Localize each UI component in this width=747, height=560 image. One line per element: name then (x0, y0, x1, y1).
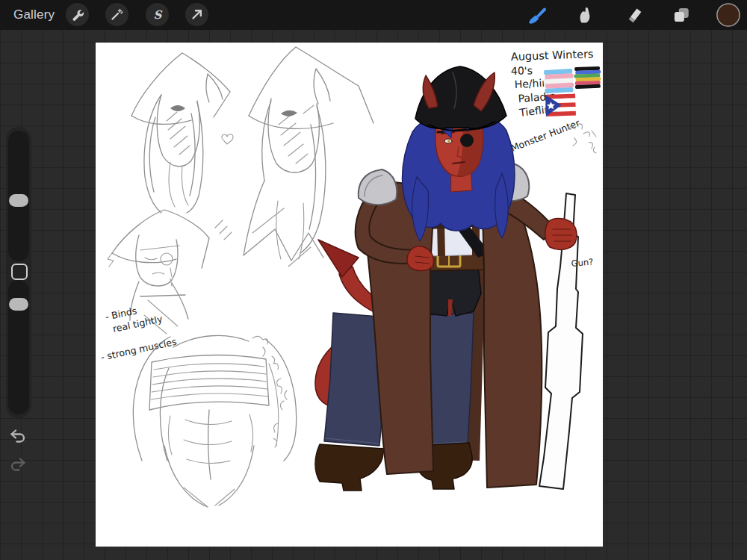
redo-arrow-icon (8, 455, 28, 474)
modify-button[interactable] (11, 264, 28, 280)
smudge-tool-button[interactable] (572, 4, 598, 26)
character-age: 40's (511, 64, 533, 77)
brush-sidebar (6, 127, 31, 418)
eyepatch (460, 134, 474, 147)
actions-button[interactable] (66, 3, 89, 26)
color-swatch-button[interactable] (716, 4, 741, 26)
transform-button[interactable] (185, 3, 208, 26)
adjustments-button[interactable] (105, 3, 128, 26)
smudge-finger-icon (575, 5, 595, 25)
redo-button[interactable] (7, 454, 28, 475)
puerto-rico-flag (545, 94, 576, 116)
brush-size-slider-thumb[interactable] (9, 194, 28, 207)
gallery-button[interactable]: Gallery (13, 7, 55, 22)
rainbow-pride-flag (574, 66, 601, 89)
sketch-chibi-eyepatch (161, 253, 173, 265)
erase-tool-button[interactable] (621, 4, 646, 26)
sketch-portrait-1 (131, 53, 233, 213)
transgender-pride-flag (543, 69, 574, 93)
magic-wand-icon (111, 8, 123, 21)
selections-button[interactable]: S (146, 3, 169, 26)
paint-tool-button[interactable] (524, 4, 550, 26)
binder-notes: - Binds real tightly - strong muscles (100, 305, 178, 363)
layers-button[interactable] (669, 4, 694, 26)
procreate-app: Gallery S (0, 0, 747, 560)
color-swatch-circle (716, 1, 741, 28)
sketch-eyepatch-shade (170, 105, 185, 111)
character-title: Monster Hunter (509, 117, 582, 154)
svg-text:S: S (153, 8, 162, 22)
boot-left (315, 444, 384, 491)
sketch-torso (133, 335, 296, 507)
undo-button[interactable] (7, 426, 28, 447)
top-toolbar: Gallery S (0, 0, 747, 30)
canvas-artwork: - Binds real tightly - strong muscles Au… (96, 43, 603, 547)
hand-left (407, 246, 434, 271)
note-muscles: - strong muscles (100, 336, 178, 363)
opacity-slider-thumb[interactable] (9, 298, 28, 311)
layers-icon (672, 5, 691, 25)
drawing-canvas[interactable]: - Binds real tightly - strong muscles Au… (96, 43, 603, 547)
hand-right (545, 219, 577, 250)
selection-s-icon: S (151, 8, 164, 22)
wrench-icon (71, 8, 84, 21)
arrow-cursor-icon (190, 8, 203, 21)
sketch-heart (222, 134, 233, 144)
sketch-portrait-2 (244, 47, 374, 267)
sketch-eyepatch-shade (281, 111, 297, 116)
gun-note: Gun? (571, 256, 594, 269)
character-name: August Winters (511, 48, 594, 63)
brush-icon (527, 4, 548, 25)
undo-arrow-icon (8, 426, 28, 446)
eraser-icon (624, 5, 643, 25)
